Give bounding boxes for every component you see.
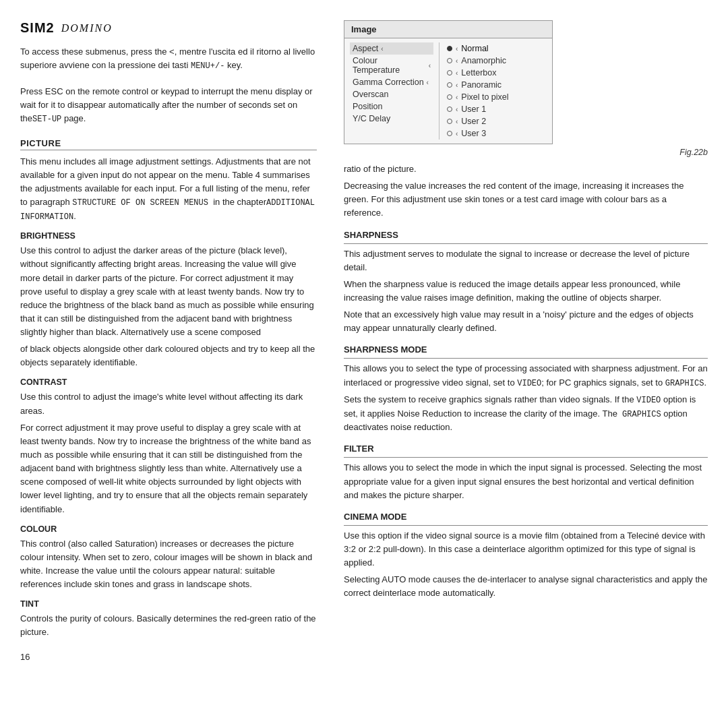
position-label: Position: [353, 102, 382, 111]
user2-label: User 2: [461, 117, 486, 126]
letterbox-arrow-left: ‹: [456, 69, 458, 77]
image-menu-title: Image: [344, 21, 552, 38]
radio-pixel: [447, 94, 452, 100]
colour-heading: COLOUR: [20, 524, 317, 534]
picture-heading: PICTURE: [20, 138, 317, 150]
menu-item-gamma[interactable]: Gamma Correction ‹: [350, 76, 433, 88]
user1-label: User 1: [461, 104, 486, 114]
menu-item-overscan[interactable]: Overscan: [350, 88, 433, 100]
user3-arrow-left: ‹: [456, 130, 458, 138]
fig-label: Fig.22b: [344, 148, 708, 157]
intro-text-2: Press ESC on the remote control or keypa…: [20, 85, 317, 126]
sharpness-heading: SHARPNESS: [344, 230, 708, 240]
ratio-text: ratio of the picture.: [344, 162, 708, 176]
aspect-arrow: ‹: [381, 45, 383, 53]
user1-arrow-left: ‹: [456, 106, 458, 113]
image-menu-box: Image Aspect ‹ Colour Temperature ‹: [344, 20, 553, 144]
radio-user3: [447, 131, 452, 136]
aspect-user1[interactable]: ‹ User 1: [445, 103, 521, 115]
colour-temp-label: Colour Temperature: [353, 56, 426, 75]
menu-left-panel: Aspect ‹ Colour Temperature ‹ Gamma Corr…: [344, 42, 439, 140]
left-column: SIM2 DOMINO To access these submenus, pr…: [20, 20, 330, 715]
gamma-arrow: ‹: [427, 79, 429, 86]
tint-heading: TINT: [20, 599, 317, 609]
cinema-mode-divider: [344, 525, 708, 526]
colour-body: This control (also called Saturation) in…: [20, 537, 317, 592]
panoramic-arrow-left: ‹: [456, 82, 458, 89]
filter-heading: FILTER: [344, 444, 708, 454]
intro-text-1: To access these submenus, press the <, m…: [20, 45, 317, 73]
logo-domino: DOMINO: [61, 22, 113, 34]
page-number: 16: [20, 652, 317, 662]
brightness-heading: BRIGHTNESS: [20, 231, 317, 241]
sharpness-mode-heading: SHARPNESS MODE: [344, 344, 708, 355]
aspect-letterbox[interactable]: ‹ Letterbox: [445, 67, 521, 79]
colour-right-body: Decreasing the value increases the red c…: [344, 179, 708, 220]
aspect-pixel-to-pixel[interactable]: ‹ Pixel to pixel: [445, 91, 521, 103]
brightness-body1: Use this control to adjust the darker ar…: [20, 244, 317, 339]
radio-user2: [447, 119, 452, 124]
gamma-label: Gamma Correction: [353, 78, 424, 87]
filter-divider: [344, 457, 708, 458]
pixel-label: Pixel to pixel: [461, 92, 508, 102]
cinema-mode-body1: Use this option if the video signal sour…: [344, 529, 708, 570]
image-menu-container: Image Aspect ‹ Colour Temperature ‹: [344, 20, 708, 157]
user3-label: User 3: [461, 129, 486, 138]
menu-item-aspect[interactable]: Aspect ‹: [350, 42, 433, 55]
radio-anamorphic: [447, 58, 452, 63]
aspect-label: Aspect: [353, 44, 378, 53]
menu-item-yc-delay[interactable]: Y/C Delay: [350, 113, 433, 125]
logo-sim2: SIM2: [20, 20, 55, 36]
logo-area: SIM2 DOMINO: [20, 20, 317, 36]
filter-body: This allows you to select the mode in wh…: [344, 461, 708, 502]
tint-body: Controls the purity of colours. Basicall…: [20, 612, 317, 639]
panoramic-label: Panoramic: [461, 80, 502, 90]
radio-normal: [447, 46, 452, 51]
aspect-user3[interactable]: ‹ User 3: [445, 127, 521, 140]
sharpness-divider: [344, 243, 708, 244]
radio-letterbox: [447, 70, 452, 75]
menu-item-position[interactable]: Position: [350, 100, 433, 113]
image-menu-content: Aspect ‹ Colour Temperature ‹ Gamma Corr…: [344, 38, 552, 144]
pixel-arrow-left: ‹: [456, 94, 458, 101]
radio-panoramic: [447, 82, 452, 88]
sharpness-mode-body2: Sets the system to receive graphics sign…: [344, 393, 708, 434]
user2-arrow-left: ‹: [456, 118, 458, 125]
cinema-mode-body2: Selecting AUTO mode causes the de-interl…: [344, 573, 708, 600]
sharpness-body2: When the sharpness value is reduced the …: [344, 278, 708, 305]
menu-right-panel: ‹ Normal ‹ Anamorphic ‹ Letterbox: [439, 42, 526, 140]
cinema-mode-heading: CINEMA MODE: [344, 512, 708, 522]
aspect-panoramic[interactable]: ‹ Panoramic: [445, 79, 521, 91]
contrast-heading: CONTRAST: [20, 377, 317, 387]
sharpness-mode-divider: [344, 358, 708, 359]
picture-body: This menu includes all image adjustment …: [20, 155, 317, 224]
sharpness-body3: Note that an excessively high value may …: [344, 308, 708, 335]
contrast-body1: Use this control to adjust the image's w…: [20, 390, 317, 417]
anamorphic-label: Anamorphic: [461, 56, 506, 65]
letterbox-label: Letterbox: [461, 68, 496, 78]
anamorphic-arrow-left: ‹: [456, 57, 458, 65]
sharpness-body1: This adjustment serves to modulate the s…: [344, 247, 708, 274]
right-column: Image Aspect ‹ Colour Temperature ‹: [330, 20, 708, 715]
contrast-body2: For correct adjustment it may prove usef…: [20, 421, 317, 516]
yc-delay-label: Y/C Delay: [353, 114, 390, 123]
colour-temp-arrow: ‹: [429, 62, 431, 69]
radio-user1: [447, 107, 452, 112]
sharpness-mode-body1: This allows you to select the type of pr…: [344, 362, 708, 390]
brightness-body2: of black objects alongside other dark co…: [20, 342, 317, 369]
aspect-anamorphic[interactable]: ‹ Anamorphic: [445, 55, 521, 67]
normal-label: Normal: [461, 44, 488, 53]
overscan-label: Overscan: [353, 90, 389, 99]
normal-arrow-left: ‹: [456, 45, 458, 53]
aspect-normal[interactable]: ‹ Normal: [445, 42, 521, 55]
aspect-user2[interactable]: ‹ User 2: [445, 115, 521, 127]
menu-item-colour-temp[interactable]: Colour Temperature ‹: [350, 55, 433, 76]
